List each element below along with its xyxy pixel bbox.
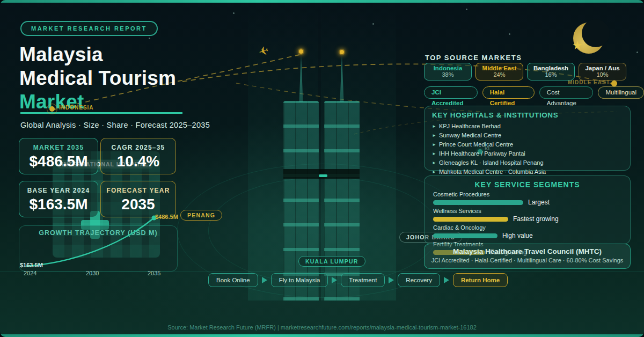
report-type-badge: MARKET RESEARCH REPORT xyxy=(20,21,158,36)
source-market-japan-aus: Japan / Aus 10% xyxy=(579,63,626,80)
kuala-lumpur-pill: KUALA LUMPUR xyxy=(298,256,365,267)
arrow-right-icon xyxy=(332,277,337,283)
petronas-tower-left xyxy=(283,101,319,301)
indonesia-marker-icon xyxy=(49,106,55,112)
stat-value: $486.5M xyxy=(19,153,98,170)
star-dot xyxy=(466,9,467,10)
tower-skybridge xyxy=(283,169,360,179)
arrow-right-icon xyxy=(389,277,394,283)
growth-curve xyxy=(19,211,180,273)
hospital-item: ►Gleneagles KL · Island Hospital Penang xyxy=(432,158,623,167)
stat-label: MARKET 2035 xyxy=(19,144,98,151)
bullet-icon: ► xyxy=(432,160,436,165)
mhtc-title: Malaysia Healthcare Travel Council (MHTC… xyxy=(425,247,630,255)
credential-badges-row: JCI Accredited Halal Certified Cost Adva… xyxy=(424,86,644,99)
hospital-item: ►IHH Healthcare / Parkway Pantai xyxy=(432,149,623,158)
chart-start-value: $163.5M xyxy=(20,262,43,268)
mhtc-subtitle: JCI Accredited · Halal-Certified · Multi… xyxy=(425,257,630,263)
source-markets-row: Indonesia 38% Middle East 24% Bangladesh… xyxy=(424,63,626,80)
journey-step-fly-to-malaysia: Fly to Malaysia xyxy=(271,273,328,287)
title-underline xyxy=(20,112,182,114)
journey-step-book-online: Book Online xyxy=(208,273,258,287)
spire-beacon-icon xyxy=(298,48,304,55)
source-market-indonesia: Indonesia 38% xyxy=(424,63,472,80)
star-dot xyxy=(509,33,510,35)
segment-bar xyxy=(433,200,523,205)
skybridge-highlight xyxy=(319,174,327,177)
source-market-bangladesh: Bangladesh 16% xyxy=(527,63,575,80)
segment-row: Cosmetic Procedures Largest xyxy=(433,191,621,206)
hospital-item: ►Sunway Medical Centre xyxy=(432,131,623,140)
stat-card-market-2035: MARKET 2035 $486.5M xyxy=(19,138,98,174)
stat-label: CAGR 2025–35 xyxy=(101,144,175,151)
star-dot xyxy=(233,12,235,14)
journey-step-recovery: Recovery xyxy=(398,273,440,287)
crescent-moon-icon: ★ xyxy=(570,19,608,57)
stat-label: FORECAST YEAR xyxy=(101,187,175,194)
service-segments-panel: KEY SERVICE SEGMENTS Cosmetic Procedures… xyxy=(424,175,631,244)
source-market-middle-east: Middle East 24% xyxy=(475,63,523,80)
hospitals-panel: KEY HOSPITALS & INSTITUTIONS ►KPJ Health… xyxy=(424,106,631,171)
badge-halal-certified: Halal Certified xyxy=(482,86,535,99)
segment-row: Cardiac & Oncology High value xyxy=(433,224,621,239)
hospitals-title: KEY HOSPITALS & INSTITUTIONS xyxy=(432,111,623,119)
petronas-tower-right xyxy=(324,101,360,301)
title-line-2: Medical Tourism xyxy=(19,67,245,90)
top-accent-bar xyxy=(0,0,644,3)
arrow-right-icon xyxy=(444,277,449,283)
source-markets-title: TOP SOURCE MARKETS xyxy=(425,54,522,62)
report-subtitle: Global Analysis · Size · Share · Forecas… xyxy=(20,121,210,129)
moon-star-icon: ★ xyxy=(572,39,583,53)
stat-value: 10.4% xyxy=(101,153,175,170)
hospital-item: ►KPJ Healthcare Berhad xyxy=(432,122,623,131)
spire-beacon-icon xyxy=(339,49,345,55)
bullet-icon: ► xyxy=(432,151,436,156)
stat-label: BASE YEAR 2024 xyxy=(19,187,98,194)
bullet-icon: ► xyxy=(432,170,436,174)
bullet-icon: ► xyxy=(432,133,436,138)
journey-step-return-home: Return Home xyxy=(453,273,508,287)
title-line-1: Malaysia xyxy=(19,43,245,67)
chart-end-value: $486.5M xyxy=(155,214,178,220)
penang-pill: PENANG xyxy=(180,210,222,221)
stat-card-cagr: CAGR 2025–35 10.4% xyxy=(100,138,176,174)
x-tick-2030: 2030 xyxy=(86,270,99,276)
segment-row: Wellness Services Fastest growing xyxy=(433,208,621,223)
arrow-right-icon xyxy=(262,277,267,283)
patient-journey-flow: Book Online Fly to Malaysia Treatment Re… xyxy=(208,273,508,287)
bottom-accent-bar xyxy=(0,334,644,337)
star-dot xyxy=(149,38,150,39)
mhtc-card: Malaysia Healthcare Travel Council (MHTC… xyxy=(424,244,631,269)
middle-east-marker-icon xyxy=(611,80,617,86)
segments-title: KEY SERVICE SEGMENTS xyxy=(433,180,621,189)
infographic-canvas: ✈ INTERNATIONAL HOSPITAL ★ MARKET RESEAR… xyxy=(0,0,644,337)
hospital-item: ►Prince Court Medical Centre xyxy=(432,140,623,149)
segment-bar xyxy=(433,233,497,238)
badge-jci-accredited: JCI Accredited xyxy=(424,86,478,99)
x-tick-2035: 2035 xyxy=(148,270,160,276)
journey-step-treatment: Treatment xyxy=(341,273,385,287)
page-title: Malaysia Medical Tourism Market xyxy=(19,43,245,114)
indonesia-label: INDONESIA xyxy=(59,105,94,111)
badge-multilingual: Multilingual xyxy=(598,86,644,99)
source-citation: Source: Market Research Future (MRFR) | … xyxy=(0,324,644,331)
segment-bar xyxy=(433,217,508,222)
bullet-icon: ► xyxy=(432,142,436,147)
star-dot xyxy=(636,52,638,53)
badge-cost-advantage: Cost Advantage xyxy=(539,86,594,99)
bullet-icon: ► xyxy=(432,124,436,129)
x-tick-2024: 2024 xyxy=(24,270,36,276)
star-dot xyxy=(372,23,374,25)
